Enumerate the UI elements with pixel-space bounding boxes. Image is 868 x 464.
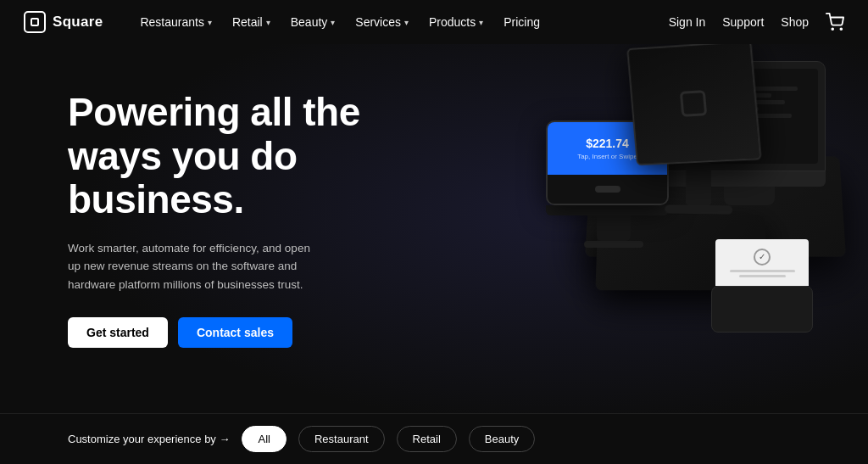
logo-icon-square <box>31 18 39 26</box>
nav-item-label: Beauty <box>291 15 328 29</box>
nav-item-pricing[interactable]: Pricing <box>493 10 550 34</box>
shop-link[interactable]: Shop <box>781 15 809 29</box>
chevron-down-icon: ▾ <box>479 18 483 27</box>
logo-icon <box>24 11 46 33</box>
hero-title: Powering all the ways you do business. <box>68 91 390 222</box>
devices-illustration: Pay $221.74 <box>410 44 868 400</box>
nav-item-label: Products <box>429 15 476 29</box>
brand-name: Square <box>53 14 103 31</box>
get-started-button[interactable]: Get started <box>68 317 168 348</box>
reader-amount: $221.74 <box>586 137 629 150</box>
chevron-down-icon: ▾ <box>331 18 335 27</box>
customize-label: Customize your experience by → <box>68 433 230 445</box>
nav-item-services[interactable]: Services▾ <box>345 10 419 34</box>
receipt-paper: ✓ <box>715 239 809 286</box>
nav-item-label: Pricing <box>504 15 540 29</box>
reader-tap-text: Tap, Insert or Swipe <box>577 153 637 160</box>
nav-item-restaurants[interactable]: Restaurants▾ <box>130 10 221 34</box>
hero-section: Pay $221.74 <box>0 44 868 464</box>
svg-point-0 <box>832 28 833 30</box>
nav-item-label: Services <box>355 15 401 29</box>
nav-item-label: Restaurants <box>140 15 203 29</box>
filter-button-all[interactable]: All <box>242 426 286 452</box>
nav-item-products[interactable]: Products▾ <box>419 10 493 34</box>
filter-button-restaurant[interactable]: Restaurant <box>298 426 385 452</box>
hero-subtitle: Work smarter, automate for efficiency, a… <box>68 239 314 294</box>
cart-icon[interactable] <box>826 13 844 31</box>
chevron-down-icon: ▾ <box>266 18 270 27</box>
sign-in-link[interactable]: Sign In <box>669 15 706 29</box>
filter-button-beauty[interactable]: Beauty <box>469 426 535 452</box>
contact-sales-button[interactable]: Contact sales <box>178 317 292 348</box>
support-link[interactable]: Support <box>722 15 764 29</box>
hero-buttons: Get started Contact sales <box>68 317 390 348</box>
svg-point-1 <box>840 28 842 30</box>
logo[interactable]: Square <box>24 11 103 33</box>
bottom-filter-bar: Customize your experience by → AllRestau… <box>0 413 868 464</box>
nav-item-retail[interactable]: Retail▾ <box>222 10 281 34</box>
chevron-down-icon: ▾ <box>208 18 212 27</box>
nav-item-label: Retail <box>232 15 263 29</box>
angular-terminal <box>632 44 766 223</box>
filter-button-retail[interactable]: Retail <box>397 426 457 452</box>
chevron-down-icon: ▾ <box>404 18 409 27</box>
nav-right: Sign In Support Shop <box>669 13 844 31</box>
nav-bar: Square Restaurants▾Retail▾Beauty▾Service… <box>0 0 868 44</box>
receipt-printer-device: ✓ <box>707 239 817 358</box>
hero-content: Powering all the ways you do business. W… <box>68 91 390 348</box>
nav-links: Restaurants▾Retail▾Beauty▾Services▾Produ… <box>130 10 668 34</box>
nav-item-beauty[interactable]: Beauty▾ <box>281 10 346 34</box>
